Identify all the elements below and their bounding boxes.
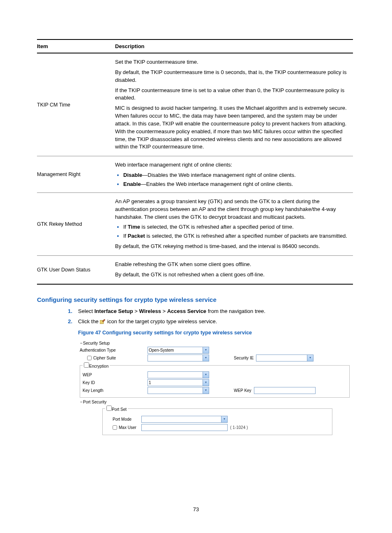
row-item: TKIP CM Time — [37, 53, 115, 156]
security-setup-section: −Security Setup — [80, 341, 350, 346]
chevron-down-icon: ▾ — [203, 387, 209, 394]
step-1: 1. Select Interface Setup > Wireless > A… — [66, 307, 353, 315]
wep-label: WEP — [83, 372, 148, 378]
max-user-hint: ( 1-1024 ) — [230, 425, 248, 430]
wep-key-input[interactable] — [254, 387, 316, 394]
th-desc: Description — [115, 39, 353, 53]
chevron-down-icon: ▾ — [203, 347, 209, 353]
encryption-checkbox[interactable] — [84, 362, 89, 368]
row-desc: Set the TKIP countermeasure time. By def… — [115, 53, 353, 156]
auth-type-select[interactable]: Open-System▾ — [148, 347, 209, 354]
cipher-suite-checkbox[interactable] — [87, 356, 92, 360]
max-user-label: Max User — [105, 425, 141, 430]
edit-icon — [100, 318, 106, 324]
encryption-fieldset: Encryption WEP ▾ Key ID 1▾ Key Length ▾ … — [80, 362, 350, 398]
max-user-input[interactable] — [141, 424, 228, 431]
security-ie-label: Security IE — [234, 355, 254, 361]
key-length-select[interactable]: ▾ — [148, 387, 209, 394]
key-id-label: Key ID — [83, 380, 148, 385]
chevron-down-icon: ▾ — [307, 355, 313, 361]
chevron-down-icon: ▾ — [203, 355, 209, 361]
wep-select[interactable]: ▾ — [148, 371, 209, 378]
item-description-table: Item Description TKIP CM Time Set the TK… — [37, 39, 353, 285]
key-length-label: Key Length — [83, 388, 148, 393]
row-item: Management Right — [37, 156, 115, 193]
chevron-down-icon: ▾ — [221, 416, 227, 422]
row-desc: Web interface management right of online… — [115, 156, 353, 193]
table-row: GTK User Down Status Enable refreshing t… — [37, 255, 353, 284]
auth-type-label: Authentication Type — [80, 348, 148, 353]
procedure-steps: 1. Select Interface Setup > Wireless > A… — [66, 307, 353, 326]
row-desc: Enable refreshing the GTK when some clie… — [115, 255, 353, 284]
security-setup-form: −Security Setup Authentication Type Open… — [78, 338, 351, 445]
chevron-down-icon: ▾ — [203, 380, 209, 386]
port-set-checkbox[interactable] — [106, 406, 112, 411]
security-ie-select[interactable]: ▾ — [256, 355, 314, 362]
table-row: GTK Rekey Method An AP generates a group… — [37, 192, 353, 255]
step-2: 2. Click the icon for the target crypto … — [66, 317, 353, 326]
table-row: Management Right Web interface managemen… — [37, 156, 353, 193]
cipher-suite-select[interactable]: ▾ — [148, 355, 209, 362]
row-item: GTK Rekey Method — [37, 192, 115, 255]
chevron-down-icon: ▾ — [203, 372, 209, 378]
port-mode-select[interactable]: ▾ — [141, 416, 228, 423]
section-heading: Configuring security settings for crypto… — [37, 296, 353, 303]
max-user-checkbox[interactable] — [113, 425, 117, 430]
page-number: 73 — [0, 506, 392, 512]
cipher-suite-label: Cipher Suite — [80, 355, 148, 361]
table-row: TKIP CM Time Set the TKIP countermeasure… — [37, 53, 353, 156]
port-mode-label: Port Mode — [105, 417, 141, 422]
figure-caption: Figure 47 Configuring security settings … — [78, 330, 353, 336]
row-desc: An AP generates a group transient key (G… — [115, 192, 353, 255]
th-item: Item — [37, 39, 115, 53]
key-id-select[interactable]: 1▾ — [148, 379, 209, 386]
port-security-section: −Port Security — [80, 399, 350, 405]
wep-key-label: WEP Key — [234, 388, 251, 393]
row-item: GTK User Down Status — [37, 255, 115, 284]
port-set-fieldset: Port Set Port Mode ▾ Max User ( 1-1024 ) — [102, 406, 332, 435]
